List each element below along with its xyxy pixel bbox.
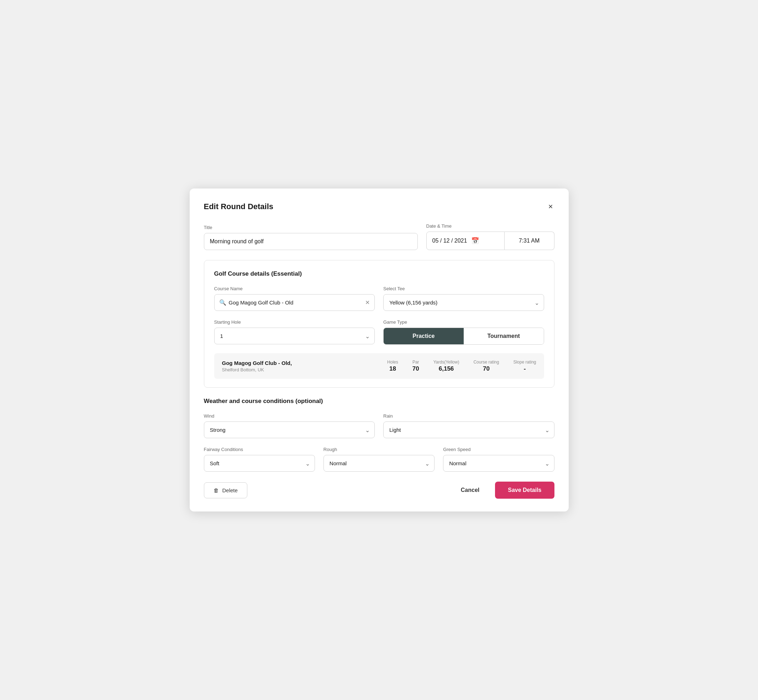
select-tee-dropdown[interactable]: Yellow (6,156 yards) White (6,500 yards)… xyxy=(383,294,544,311)
title-field-group: Title xyxy=(204,225,418,250)
golf-course-section-title: Golf Course details (Essential) xyxy=(214,270,544,277)
modal-header: Edit Round Details × xyxy=(204,201,554,212)
game-type-label: Game Type xyxy=(383,319,544,325)
holes-label: Holes xyxy=(387,359,398,364)
edit-round-modal: Edit Round Details × Title Date & Time 0… xyxy=(190,189,568,511)
stat-yards: Yards(Yellow) 6,156 xyxy=(434,359,459,372)
wind-rain-row: Wind NoneLightModerateStrongVery Strong … xyxy=(204,413,554,438)
course-info-name: Gog Magog Golf Club - Old, xyxy=(222,360,376,366)
delete-label: Delete xyxy=(222,487,238,493)
game-type-toggle-group: Practice Tournament xyxy=(383,328,544,345)
wind-label: Wind xyxy=(204,413,375,419)
footer-row: 🗑 Delete Cancel Save Details xyxy=(204,481,554,499)
fairway-rough-green-row: Fairway Conditions SoftNormalHardVery Ha… xyxy=(204,447,554,472)
stat-par: Par 70 xyxy=(412,359,419,372)
rough-select-wrapper: NoneLightNormalHeavy ⌄ xyxy=(324,455,434,472)
fairway-select-wrapper: SoftNormalHardVery Hard ⌄ xyxy=(204,455,315,472)
rain-field-group: Rain NoneLightModerateHeavy ⌄ xyxy=(383,413,554,438)
starting-hole-dropdown[interactable]: 1234 5678 910 xyxy=(214,328,375,344)
clear-icon[interactable]: ✕ xyxy=(365,299,370,306)
starting-hole-wrapper: 1234 5678 910 ⌄ xyxy=(214,328,375,344)
fairway-dropdown[interactable]: SoftNormalHardVery Hard xyxy=(204,455,315,472)
modal-title: Edit Round Details xyxy=(204,202,274,211)
select-tee-label: Select Tee xyxy=(383,286,544,291)
title-label: Title xyxy=(204,225,418,230)
slope-rating-value: - xyxy=(524,365,526,372)
green-speed-select-wrapper: SlowNormalFastVery Fast ⌄ xyxy=(443,455,554,472)
cancel-button[interactable]: Cancel xyxy=(454,482,487,498)
rough-label: Rough xyxy=(324,447,434,452)
weather-section-title: Weather and course conditions (optional) xyxy=(204,398,554,405)
close-button[interactable]: × xyxy=(547,201,554,212)
course-rating-value: 70 xyxy=(483,365,490,372)
course-stats: Holes 18 Par 70 Yards(Yellow) 6,156 Cour… xyxy=(387,359,536,372)
starting-hole-game-type-row: Starting Hole 1234 5678 910 ⌄ Game Type … xyxy=(214,319,544,345)
stat-course-rating: Course rating 70 xyxy=(473,359,499,372)
search-icon: 🔍 xyxy=(219,299,226,306)
course-info-main: Gog Magog Golf Club - Old, Shelford Bott… xyxy=(222,360,376,372)
save-button[interactable]: Save Details xyxy=(495,481,554,499)
wind-select-wrapper: NoneLightModerateStrongVery Strong ⌄ xyxy=(204,422,375,438)
select-tee-field-group: Select Tee Yellow (6,156 yards) White (6… xyxy=(383,286,544,311)
footer-right: Cancel Save Details xyxy=(454,481,554,499)
course-name-input[interactable] xyxy=(214,294,375,311)
rough-field-group: Rough NoneLightNormalHeavy ⌄ xyxy=(324,447,434,472)
golf-course-section: Golf Course details (Essential) Course N… xyxy=(204,260,554,388)
course-info-card: Gog Magog Golf Club - Old, Shelford Bott… xyxy=(214,353,544,379)
green-speed-dropdown[interactable]: SlowNormalFastVery Fast xyxy=(443,455,554,472)
time-input[interactable]: 7:31 AM xyxy=(504,231,554,250)
date-value: 05 / 12 / 2021 xyxy=(432,238,467,244)
par-label: Par xyxy=(412,359,419,364)
title-input[interactable] xyxy=(204,233,418,250)
fairway-field-group: Fairway Conditions SoftNormalHardVery Ha… xyxy=(204,447,315,472)
rough-dropdown[interactable]: NoneLightNormalHeavy xyxy=(324,455,434,472)
wind-field-group: Wind NoneLightModerateStrongVery Strong … xyxy=(204,413,375,438)
calendar-icon: 📅 xyxy=(471,237,479,245)
course-name-search-wrapper: 🔍 ✕ xyxy=(214,294,375,311)
course-name-label: Course Name xyxy=(214,286,375,291)
time-value: 7:31 AM xyxy=(519,238,540,244)
yards-label: Yards(Yellow) xyxy=(434,359,459,364)
select-tee-wrapper: Yellow (6,156 yards) White (6,500 yards)… xyxy=(383,294,544,311)
datetime-row: 05 / 12 / 2021 📅 7:31 AM xyxy=(426,231,554,250)
yards-value: 6,156 xyxy=(439,365,454,372)
starting-hole-field-group: Starting Hole 1234 5678 910 ⌄ xyxy=(214,319,375,345)
green-speed-field-group: Green Speed SlowNormalFastVery Fast ⌄ xyxy=(443,447,554,472)
game-type-field-group: Game Type Practice Tournament xyxy=(383,319,544,345)
fairway-label: Fairway Conditions xyxy=(204,447,315,452)
rain-label: Rain xyxy=(383,413,554,419)
rain-select-wrapper: NoneLightModerateHeavy ⌄ xyxy=(383,422,554,438)
delete-button[interactable]: 🗑 Delete xyxy=(204,482,247,498)
top-row: Title Date & Time 05 / 12 / 2021 📅 7:31 … xyxy=(204,223,554,250)
tournament-toggle-button[interactable]: Tournament xyxy=(464,328,544,344)
course-rating-label: Course rating xyxy=(473,359,499,364)
stat-holes: Holes 18 xyxy=(387,359,398,372)
datetime-field-group: Date & Time 05 / 12 / 2021 📅 7:31 AM xyxy=(426,223,554,250)
rain-dropdown[interactable]: NoneLightModerateHeavy xyxy=(383,422,554,438)
stat-slope-rating: Slope rating - xyxy=(513,359,536,372)
starting-hole-label: Starting Hole xyxy=(214,319,375,325)
holes-value: 18 xyxy=(389,365,396,372)
course-name-tee-row: Course Name 🔍 ✕ Select Tee Yellow (6,156… xyxy=(214,286,544,311)
date-input[interactable]: 05 / 12 / 2021 📅 xyxy=(426,231,504,250)
datetime-label: Date & Time xyxy=(426,223,554,229)
weather-section: Weather and course conditions (optional)… xyxy=(204,398,554,472)
practice-toggle-button[interactable]: Practice xyxy=(384,328,464,344)
par-value: 70 xyxy=(412,365,419,372)
green-speed-label: Green Speed xyxy=(443,447,554,452)
course-info-location: Shelford Bottom, UK xyxy=(222,367,376,372)
course-name-field-group: Course Name 🔍 ✕ xyxy=(214,286,375,311)
slope-rating-label: Slope rating xyxy=(513,359,536,364)
wind-dropdown[interactable]: NoneLightModerateStrongVery Strong xyxy=(204,422,375,438)
trash-icon: 🗑 xyxy=(213,487,219,493)
